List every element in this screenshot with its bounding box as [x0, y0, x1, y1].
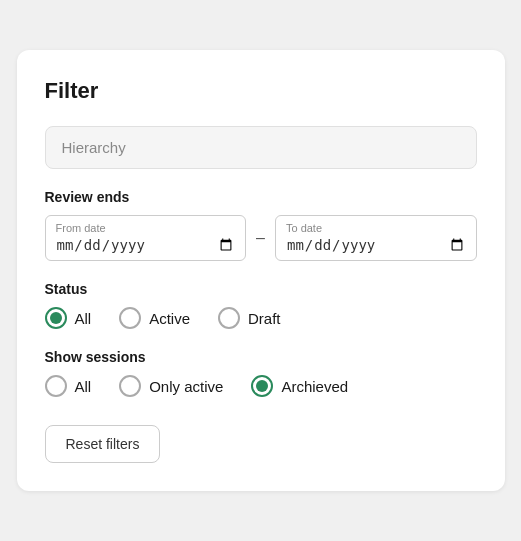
hierarchy-select[interactable]: Hierarchy: [45, 126, 477, 169]
status-active-item[interactable]: Active: [119, 307, 190, 329]
to-date-label: To date: [286, 222, 466, 234]
to-date-wrapper: To date: [275, 215, 477, 261]
filter-title: Filter: [45, 78, 477, 104]
review-ends-label: Review ends: [45, 189, 477, 205]
session-all-label: All: [75, 378, 92, 395]
status-label: Status: [45, 281, 477, 297]
session-all-radio[interactable]: [45, 375, 67, 397]
session-archieved-label: Archieved: [281, 378, 348, 395]
status-all-item[interactable]: All: [45, 307, 92, 329]
session-only-active-radio[interactable]: [119, 375, 141, 397]
reset-filters-button[interactable]: Reset filters: [45, 425, 161, 463]
to-date-input[interactable]: [286, 236, 466, 254]
status-all-label: All: [75, 310, 92, 327]
status-draft-radio[interactable]: [218, 307, 240, 329]
status-active-radio[interactable]: [119, 307, 141, 329]
session-only-active-item[interactable]: Only active: [119, 375, 223, 397]
session-archieved-radio[interactable]: [251, 375, 273, 397]
date-separator: –: [256, 229, 265, 247]
filter-card: Filter Hierarchy Review ends From date –…: [17, 50, 505, 491]
from-date-label: From date: [56, 222, 236, 234]
session-archieved-item[interactable]: Archieved: [251, 375, 348, 397]
session-all-item[interactable]: All: [45, 375, 92, 397]
show-sessions-label: Show sessions: [45, 349, 477, 365]
status-all-radio[interactable]: [45, 307, 67, 329]
status-radio-group: All Active Draft: [45, 307, 477, 329]
sessions-radio-group: All Only active Archieved: [45, 375, 477, 397]
date-range-row: From date – To date: [45, 215, 477, 261]
status-draft-label: Draft: [248, 310, 281, 327]
status-active-label: Active: [149, 310, 190, 327]
from-date-input[interactable]: [56, 236, 236, 254]
session-only-active-label: Only active: [149, 378, 223, 395]
from-date-wrapper: From date: [45, 215, 247, 261]
status-draft-item[interactable]: Draft: [218, 307, 281, 329]
